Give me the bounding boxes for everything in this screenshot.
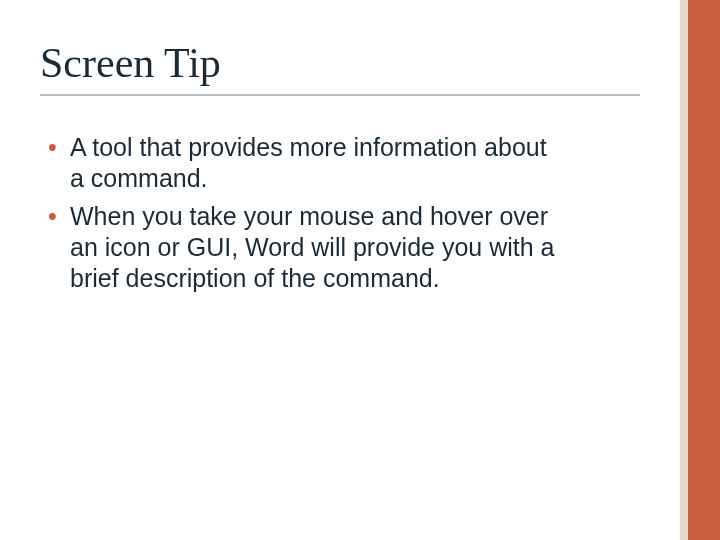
accent-bar <box>688 0 720 540</box>
title-underline <box>40 94 640 96</box>
list-item: When you take your mouse and hover over … <box>48 201 560 295</box>
list-item: A tool that provides more information ab… <box>48 132 560 195</box>
bullet-list: A tool that provides more information ab… <box>40 132 560 294</box>
slide-content: Screen Tip A tool that provides more inf… <box>0 0 680 540</box>
accent-stripe <box>680 0 688 540</box>
slide-title: Screen Tip <box>40 40 640 86</box>
